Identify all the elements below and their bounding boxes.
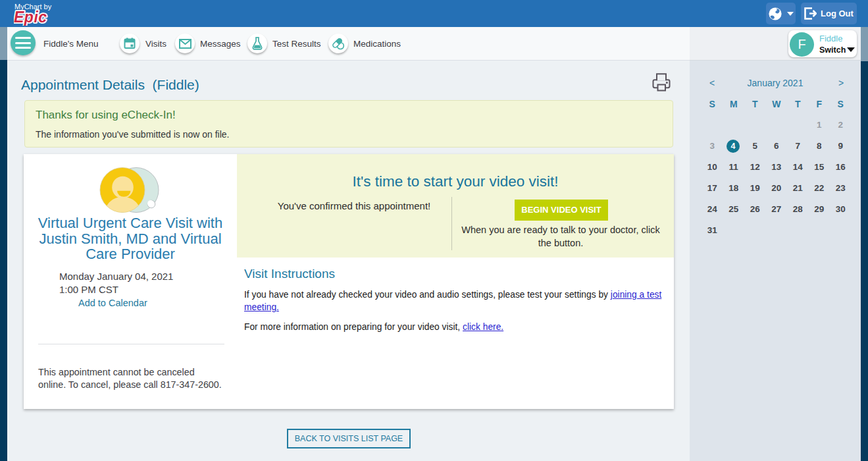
svg-text:Epic: Epic: [14, 9, 47, 26]
